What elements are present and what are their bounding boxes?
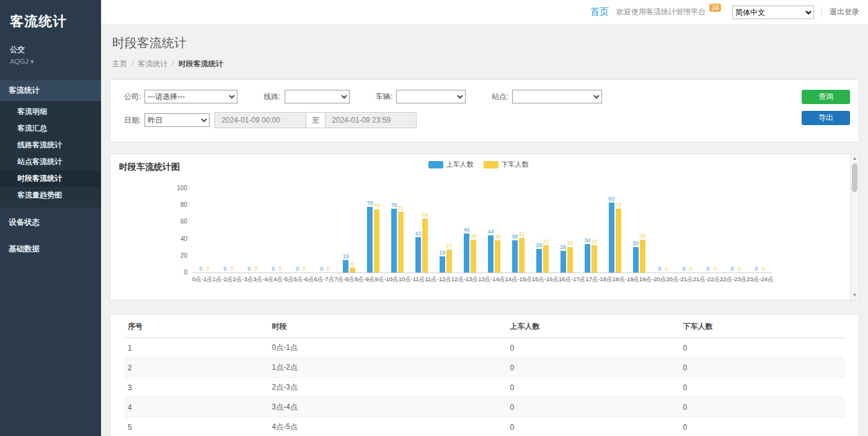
bar-value-label: 83 bbox=[608, 196, 614, 202]
bar-value-label: 27 bbox=[446, 243, 452, 249]
org-code-dropdown[interactable]: AQGJ ▾ bbox=[0, 56, 101, 76]
y-axis-label: 80 bbox=[166, 201, 187, 208]
table-cell: 4 bbox=[124, 398, 268, 417]
sidebar-section-base-data[interactable]: 基础数据 bbox=[0, 238, 101, 261]
bar-group: 4264 bbox=[410, 219, 434, 272]
bar-value-label: 42 bbox=[415, 230, 422, 237]
x-axis-label: 13点-14点 bbox=[478, 276, 505, 284]
bar-boarding: 19 bbox=[440, 256, 445, 272]
sidebar-item-3[interactable]: 站点客流统计 bbox=[0, 154, 101, 170]
bar-value-label: 0 bbox=[730, 266, 733, 272]
table-row: 54点-5点00 bbox=[124, 417, 845, 436]
bar-value-label: 34 bbox=[584, 237, 590, 243]
bar-group: 7672 bbox=[386, 209, 410, 272]
company-select[interactable]: ---请选择--- bbox=[144, 90, 237, 103]
legend-swatch bbox=[428, 161, 443, 168]
bar-group: 1927 bbox=[434, 250, 458, 272]
vehicle-select[interactable] bbox=[396, 90, 466, 103]
x-axis-label: 10点-11点 bbox=[399, 276, 425, 284]
table-cell: 0 bbox=[679, 378, 845, 398]
bar-boarding: 26 bbox=[560, 251, 566, 272]
table-cell: 0 bbox=[506, 378, 679, 398]
notification-badge[interactable]: 34 bbox=[709, 4, 721, 12]
bar-value-label: 38 bbox=[512, 233, 518, 240]
station-label: 站点: bbox=[492, 92, 508, 102]
bar-value-label: 15 bbox=[343, 253, 349, 259]
scroll-down-icon[interactable]: ▼ bbox=[851, 291, 859, 300]
chart-legend: 上车人数下车人数 bbox=[110, 160, 846, 169]
export-button[interactable]: 导出 bbox=[802, 111, 850, 125]
bar-value-label: 0 bbox=[737, 266, 740, 272]
breadcrumb-separator: / bbox=[131, 59, 133, 68]
bar-value-label: 0 bbox=[254, 266, 257, 272]
date-preset-select[interactable]: 昨日 bbox=[144, 113, 210, 127]
legend-label: 上车人数 bbox=[446, 160, 474, 169]
table-header-row: 序号时段上车人数下车人数 bbox=[124, 316, 845, 338]
bar-alighting: 27 bbox=[446, 250, 452, 272]
home-link[interactable]: 首页 bbox=[590, 6, 609, 18]
table-cell: 3 bbox=[124, 378, 268, 398]
legend-item[interactable]: 下车人数 bbox=[484, 160, 529, 169]
table-cell: 0 bbox=[679, 417, 845, 436]
bar-boarding: 28 bbox=[536, 249, 542, 272]
sidebar-menu: 客流统计 客流明细客流汇总线路客流统计站点客流统计时段客流统计客流量趋势图 设备… bbox=[0, 81, 101, 261]
x-axis-label: 5点-6点 bbox=[294, 276, 314, 284]
sidebar-item-4[interactable]: 时段客流统计 bbox=[0, 170, 101, 187]
bar-value-label: 46 bbox=[463, 227, 469, 233]
sidebar-item-0[interactable]: 客流明细 bbox=[0, 103, 101, 120]
legend-item[interactable]: 上车人数 bbox=[428, 160, 474, 169]
x-axis-label: 12点-13点 bbox=[451, 276, 478, 284]
bar-value-label: 0 bbox=[230, 266, 233, 272]
sidebar-item-2[interactable]: 线路客流统计 bbox=[0, 137, 101, 154]
chart-groups: 0000000000001567875767242641927463944383… bbox=[192, 189, 772, 272]
bar-boarding: 34 bbox=[585, 244, 590, 272]
breadcrumb-item[interactable]: 客流统计 bbox=[138, 59, 167, 68]
bar-boarding: 46 bbox=[464, 233, 469, 272]
bar-group: 3039 bbox=[627, 240, 651, 272]
query-button[interactable]: 查询 bbox=[802, 90, 850, 104]
sidebar-item-5[interactable]: 客流量趋势图 bbox=[0, 187, 101, 204]
sidebar-item-1[interactable]: 客流汇总 bbox=[0, 120, 101, 137]
bar-group: 4639 bbox=[458, 233, 482, 272]
bar-alighting: 39 bbox=[640, 240, 645, 272]
org-name: 公交 bbox=[0, 33, 101, 56]
sidebar-section-passenger-stats[interactable]: 客流统计 bbox=[0, 81, 101, 101]
chart-scrollbar[interactable]: ▲ ▼ bbox=[850, 154, 859, 300]
table-header-cell: 上车人数 bbox=[506, 316, 679, 338]
bar-value-label: 26 bbox=[560, 244, 566, 250]
date-to-input[interactable] bbox=[325, 112, 417, 128]
breadcrumb: 主页/客流统计/时段客流统计 bbox=[112, 59, 857, 69]
language-select[interactable]: 简体中文 bbox=[732, 6, 814, 19]
breadcrumb-item[interactable]: 主页 bbox=[112, 59, 127, 68]
bar-value-label: 39 bbox=[470, 233, 476, 239]
sidebar-section-device-status[interactable]: 设备状态 bbox=[0, 211, 101, 234]
bar-alighting: 39 bbox=[471, 240, 476, 272]
x-axis-label: 16点-17点 bbox=[559, 276, 585, 284]
filter-buttons: 查询 导出 bbox=[802, 90, 850, 125]
bar-value-label: 76 bbox=[391, 202, 397, 208]
app-brand: 客流统计 bbox=[0, 0, 101, 33]
bar-boarding: 30 bbox=[633, 247, 639, 272]
bar-boarding: 38 bbox=[512, 240, 518, 272]
bar-value-label: 0 bbox=[272, 266, 275, 272]
page-title: 时段客流统计 bbox=[112, 35, 857, 51]
legend-label: 下车人数 bbox=[502, 160, 529, 169]
scrollbar-thumb[interactable] bbox=[852, 164, 857, 192]
logout-link[interactable]: 退出登录 bbox=[822, 7, 859, 17]
bar-boarding: 78 bbox=[367, 207, 373, 272]
table-cell: 0 bbox=[679, 398, 845, 417]
scroll-up-icon[interactable]: ▲ bbox=[851, 154, 859, 163]
topbar: 首页 欢迎使用客流统计管理平台 34 简体中文 退出登录 bbox=[101, 0, 868, 25]
chart-xlabels: 0点-1点1点-2点2点-3点3点-4点4点-5点5点-6点6点-7点7点-8点… bbox=[192, 276, 772, 284]
bar-value-label: 19 bbox=[439, 250, 445, 256]
bar-value-label: 0 bbox=[713, 266, 716, 272]
x-axis-label: 21点-22点 bbox=[693, 276, 720, 284]
bar-boarding: 44 bbox=[488, 235, 494, 272]
bar-value-label: 0 bbox=[755, 266, 758, 272]
table-body: 10点-1点0021点-2点0032点-3点0043点-4点0054点-5点00… bbox=[124, 338, 845, 436]
table-cell: 0 bbox=[506, 338, 679, 358]
station-select[interactable] bbox=[512, 90, 602, 103]
line-select[interactable] bbox=[285, 90, 350, 103]
date-from-input[interactable] bbox=[215, 112, 306, 128]
bar-value-label: 78 bbox=[367, 200, 373, 206]
